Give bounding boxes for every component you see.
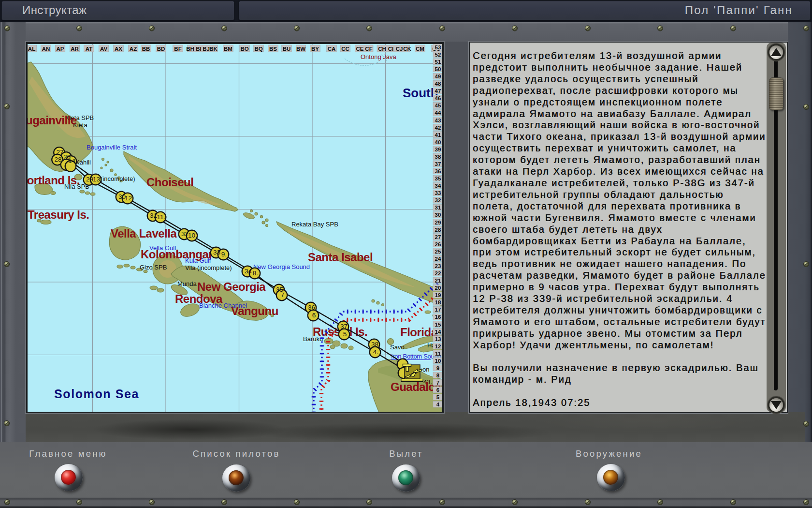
svg-text:45: 45 [435, 103, 441, 108]
svg-text:27: 27 [56, 149, 63, 156]
svg-text:37: 37 [340, 323, 348, 330]
svg-text:BF: BF [174, 46, 181, 52]
svg-text:Rendova: Rendova [175, 292, 223, 305]
svg-text:38: 38 [435, 154, 441, 160]
svg-text:27: 27 [435, 234, 441, 240]
svg-text:16: 16 [435, 314, 441, 320]
svg-text:Rekata Bay SPB: Rekata Bay SPB [291, 221, 338, 228]
svg-text:44: 44 [435, 110, 441, 116]
svg-text:Florida: Florida [400, 326, 438, 339]
svg-text:BM: BM [224, 46, 232, 52]
svg-text:28: 28 [435, 227, 441, 233]
svg-text:BU: BU [283, 46, 291, 52]
svg-text:BS: BS [269, 46, 277, 52]
svg-text:7: 7 [436, 380, 439, 386]
svg-text:Vella Lavella: Vella Lavella [111, 227, 177, 240]
svg-text:41: 41 [435, 132, 441, 138]
svg-text:14: 14 [68, 157, 76, 164]
svg-text:8: 8 [436, 373, 440, 378]
svg-text:36: 36 [435, 168, 441, 174]
svg-text:Kahili: Kahili [75, 159, 91, 166]
svg-text:BD: BD [157, 46, 165, 52]
svg-text:26: 26 [435, 241, 441, 247]
svg-text:6: 6 [436, 387, 439, 393]
svg-text:Solomon Sea: Solomon Sea [54, 387, 139, 401]
svg-text:CC: CC [341, 46, 349, 52]
svg-text:Treasury Is.: Treasury Is. [28, 208, 89, 221]
svg-text:32: 32 [435, 197, 441, 203]
svg-text:Bougainville Strait: Bougainville Strait [87, 144, 137, 151]
svg-text:51: 51 [435, 59, 441, 65]
svg-text:13: 13 [435, 336, 441, 342]
svg-text:AT: AT [86, 46, 92, 52]
svg-text:AZ: AZ [130, 46, 137, 52]
svg-text:CF: CF [365, 46, 372, 52]
svg-text:10: 10 [435, 358, 441, 364]
svg-text:12: 12 [125, 194, 132, 202]
svg-text:8.: 8. [253, 269, 258, 277]
svg-text:11: 11 [435, 351, 441, 357]
svg-text:CA: CA [328, 46, 336, 52]
svg-text:31: 31 [150, 212, 157, 219]
svg-text:on: on [422, 366, 429, 373]
svg-text:CH: CH [378, 46, 386, 52]
svg-text:36: 36 [308, 304, 315, 311]
svg-text:New Georgia: New Georgia [197, 280, 266, 293]
svg-text:CJ: CJ [396, 46, 403, 52]
svg-text:9: 9 [436, 365, 439, 371]
svg-text:12: 12 [435, 344, 441, 349]
svg-text:AP: AP [57, 46, 64, 52]
svg-text:34: 34 [245, 268, 252, 275]
svg-text:AR: AR [71, 46, 79, 52]
svg-text:24: 24 [435, 256, 441, 262]
svg-text:6: 6 [312, 312, 316, 319]
svg-text:South: South [403, 86, 438, 100]
svg-text:BY: BY [311, 46, 319, 52]
svg-text:18: 18 [435, 299, 441, 305]
svg-text:48: 48 [435, 81, 441, 87]
svg-text:7: 7 [281, 291, 285, 299]
svg-text:21: 21 [435, 278, 441, 284]
svg-text:Santa Isabel: Santa Isabel [308, 251, 373, 264]
svg-text:BK: BK [209, 46, 218, 52]
svg-text:34: 34 [435, 183, 441, 189]
svg-text:22: 22 [435, 270, 441, 276]
svg-text:53: 53 [435, 45, 441, 50]
svg-text:29: 29 [435, 220, 441, 225]
svg-text:BW: BW [296, 46, 305, 52]
svg-text:29: 29 [86, 176, 93, 183]
svg-text:Choiseul: Choiseul [146, 176, 193, 189]
svg-text:Vila (incomplete): Vila (incomplete) [185, 264, 232, 271]
svg-text:CK: CK [403, 46, 411, 52]
svg-text:4.: 4. [373, 348, 378, 356]
svg-text:(incomplete): (incomplete) [101, 175, 135, 182]
svg-text:AX: AX [115, 46, 122, 52]
svg-text:Bougainville: Bougainville [25, 114, 77, 127]
svg-text:42: 42 [435, 125, 441, 131]
svg-text:33: 33 [435, 190, 441, 196]
svg-text:46: 46 [435, 95, 441, 101]
svg-text:AV: AV [100, 46, 107, 52]
svg-text:Gizo SPB: Gizo SPB [140, 264, 167, 271]
svg-text:CM: CM [416, 46, 424, 52]
svg-text:19: 19 [435, 292, 441, 298]
svg-text:Kolombangara: Kolombangara [141, 248, 219, 261]
svg-text:43: 43 [435, 118, 441, 123]
svg-text:9.: 9. [221, 251, 227, 258]
svg-text:Vangunu: Vangunu [231, 304, 278, 317]
svg-text:BJ: BJ [203, 46, 210, 52]
svg-text:Ontong Java: Ontong Java [361, 53, 396, 60]
svg-text:52: 52 [435, 52, 441, 58]
svg-text:AL: AL [28, 46, 35, 52]
svg-text:BQ: BQ [254, 46, 262, 52]
svg-text:25: 25 [435, 249, 441, 254]
svg-text:30: 30 [435, 212, 441, 218]
svg-text:AN: AN [42, 46, 50, 52]
svg-text:31: 31 [435, 205, 441, 210]
svg-text:New Georgia Sound: New Georgia Sound [253, 263, 310, 270]
svg-text:20: 20 [435, 285, 441, 291]
svg-text:17: 17 [435, 307, 441, 313]
svg-text:BI: BI [196, 46, 202, 52]
svg-text:5: 5 [343, 330, 347, 338]
svg-text:39: 39 [435, 147, 441, 152]
